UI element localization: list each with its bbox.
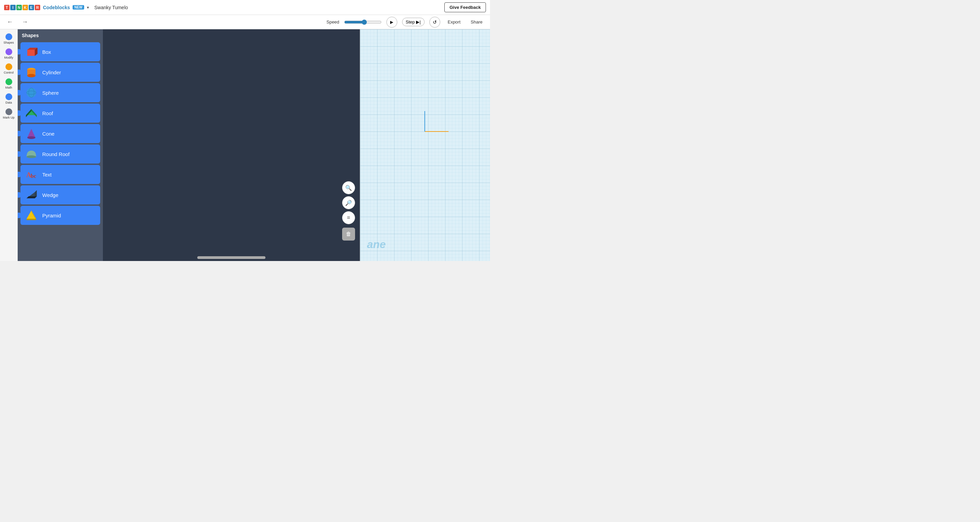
fit-icon: =: [347, 215, 350, 221]
trash-button[interactable]: 🗑: [342, 228, 355, 240]
svg-marker-19: [27, 196, 37, 198]
grid-svg: [360, 29, 490, 261]
shape-cone-button[interactable]: Cone: [21, 124, 100, 143]
shape-cylinder-button[interactable]: Cylinder: [21, 63, 100, 82]
cylinder-icon: [24, 65, 38, 79]
shape-wedge-button[interactable]: Wedge: [21, 185, 100, 204]
round-roof-icon: [24, 147, 38, 161]
pyramid-icon: [24, 208, 38, 222]
svg-point-5: [27, 74, 35, 77]
zoom-out-icon: 🔎: [345, 200, 352, 206]
header: T I N K E R Codeblocks NEW ▾ Swanky Tume…: [0, 0, 490, 15]
shape-roof-button[interactable]: Roof: [21, 103, 100, 123]
play-icon: ▶: [390, 20, 393, 24]
fit-view-button[interactable]: =: [342, 211, 355, 224]
right-panel: TOP FRONT + − ⊙: [360, 29, 490, 261]
wedge-icon: [24, 188, 38, 202]
svg-point-6: [27, 88, 36, 97]
step-button[interactable]: Step ▶|: [402, 18, 425, 26]
sidebar-item-shapes[interactable]: Shapes: [0, 32, 18, 46]
project-name: Swanky Tumelo: [94, 5, 128, 10]
toolbar: ← → Speed ▶ Step ▶| ↺ Export Share: [0, 15, 490, 29]
logo-n: N: [16, 5, 22, 10]
shapes-panel: Shapes Box: [18, 29, 103, 261]
give-feedback-button[interactable]: Give Feedback: [444, 2, 486, 12]
cylinder-label: Cylinder: [42, 70, 61, 75]
modify-dot: [5, 48, 12, 55]
svg-point-13: [27, 136, 35, 139]
text-label: Text: [42, 172, 52, 178]
svg-text:bc: bc: [31, 173, 36, 179]
logo-i: I: [10, 5, 16, 10]
export-button[interactable]: Export: [445, 18, 463, 26]
share-button[interactable]: Share: [468, 18, 485, 26]
canvas-controls: 🔍 🔎 = 🗑: [342, 181, 355, 240]
sidebar-item-modify[interactable]: Modify: [0, 47, 18, 60]
back-button[interactable]: ←: [5, 18, 15, 26]
codeblocks-label: Codeblocks: [43, 5, 70, 10]
modify-label: Modify: [4, 56, 13, 59]
shape-text-button[interactable]: A bc Text: [21, 165, 100, 184]
math-dot: [5, 78, 12, 85]
svg-point-14: [27, 155, 36, 158]
trash-icon: 🗑: [346, 231, 351, 237]
step-label: Step: [406, 19, 415, 24]
main-layout: Shapes Modify Control Math Data Mark Up …: [0, 29, 490, 261]
cone-label: Cone: [42, 131, 54, 137]
box-icon: [24, 45, 38, 59]
forward-button[interactable]: →: [20, 18, 30, 26]
box-label: Box: [42, 49, 51, 55]
tinkercad-logo[interactable]: T I N K E R: [4, 5, 40, 10]
zoom-in-button[interactable]: 🔍: [342, 181, 355, 194]
control-dot: [5, 64, 12, 70]
shapes-panel-title: Shapes: [18, 29, 103, 41]
sidebar-item-control[interactable]: Control: [0, 62, 18, 76]
shapes-list: Box Cylinder: [18, 41, 103, 226]
sidebar-item-markup[interactable]: Mark Up: [0, 107, 18, 121]
shapes-label: Shapes: [3, 41, 14, 44]
step-icon: ▶|: [416, 19, 420, 24]
category-sidebar: Shapes Modify Control Math Data Mark Up: [0, 29, 18, 261]
markup-dot: [5, 108, 12, 115]
speed-slider[interactable]: [344, 19, 382, 25]
round-roof-label: Round Roof: [42, 151, 70, 157]
new-badge: NEW: [73, 5, 84, 10]
logo-t: T: [4, 5, 10, 10]
roof-icon: [24, 106, 38, 120]
shape-round-roof-button[interactable]: Round Roof: [21, 145, 100, 164]
svg-rect-25: [360, 29, 490, 261]
logo-k: K: [22, 5, 28, 10]
zoom-in-icon: 🔍: [345, 185, 352, 191]
pyramid-label: Pyramid: [42, 213, 61, 218]
sidebar-item-data[interactable]: Data: [0, 92, 18, 106]
data-label: Data: [5, 101, 12, 104]
canvas-area[interactable]: 🔍 🔎 = 🗑: [103, 29, 360, 261]
dropdown-arrow-icon[interactable]: ▾: [87, 5, 89, 10]
reset-icon: ↺: [433, 19, 437, 25]
roof-label: Roof: [42, 110, 53, 116]
shape-sphere-button[interactable]: Sphere: [21, 83, 100, 102]
data-dot: [5, 93, 12, 100]
play-button[interactable]: ▶: [387, 17, 397, 28]
shapes-dot: [5, 33, 12, 40]
math-label: Math: [5, 86, 12, 89]
markup-label: Mark Up: [3, 116, 14, 119]
sidebar-item-math[interactable]: Math: [0, 77, 18, 91]
plane-watermark: ane: [367, 238, 386, 251]
text-shape-icon: A bc: [24, 168, 38, 181]
canvas-scrollbar-h[interactable]: [197, 256, 266, 259]
sphere-label: Sphere: [42, 90, 59, 96]
speed-label: Speed: [326, 19, 339, 24]
shape-box-button[interactable]: Box: [21, 42, 100, 61]
wedge-label: Wedge: [42, 192, 58, 198]
logo-e: E: [29, 5, 34, 10]
reset-button[interactable]: ↺: [430, 17, 440, 28]
cone-icon: [24, 127, 38, 140]
sphere-icon: [24, 86, 38, 100]
control-label: Control: [4, 71, 14, 74]
logo-r: R: [35, 5, 40, 10]
shape-pyramid-button[interactable]: Pyramid: [21, 206, 100, 225]
svg-rect-0: [27, 50, 35, 56]
zoom-out-button[interactable]: 🔎: [342, 196, 355, 209]
grid-container: ane: [360, 29, 490, 261]
